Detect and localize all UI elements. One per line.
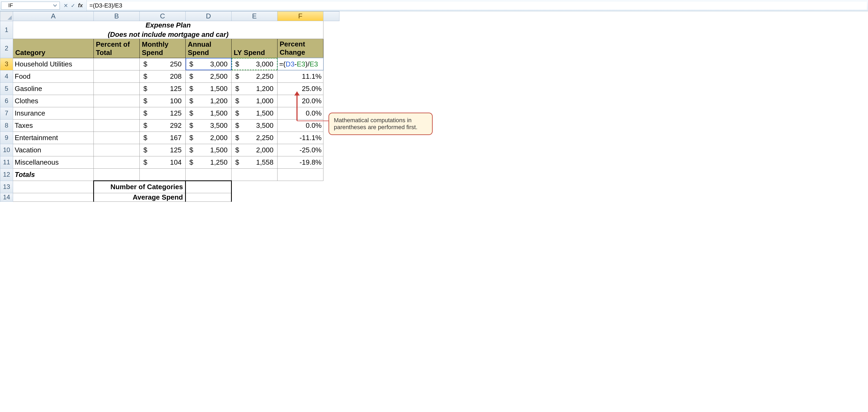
cell-C8[interactable]: $292 xyxy=(140,119,186,132)
row-header-13[interactable]: 13 xyxy=(0,181,13,193)
cell-G3[interactable] xyxy=(323,58,339,70)
cell-A9[interactable]: Entertainment xyxy=(13,132,94,144)
cell-A4[interactable]: Food xyxy=(13,70,94,82)
column-header-F[interactable]: F xyxy=(278,11,323,21)
cell-A11[interactable]: Miscellaneous xyxy=(13,156,94,168)
cell-C6[interactable]: $100 xyxy=(140,95,186,107)
cell-E12[interactable] xyxy=(231,168,278,181)
cell-B12[interactable] xyxy=(94,168,140,181)
header-percent-change[interactable]: Percent Change xyxy=(278,39,323,58)
worksheet-grid[interactable]: A B C D E F 1 Expense Plan (Does not inc… xyxy=(0,11,339,202)
row-header-4[interactable]: 4 xyxy=(0,70,13,82)
cell-A7[interactable]: Insurance xyxy=(13,107,94,119)
cell-E14[interactable] xyxy=(231,193,278,202)
cell-C11[interactable]: $104 xyxy=(140,156,186,168)
cell-A3[interactable]: Household Utilities xyxy=(13,58,94,70)
row-header-11[interactable]: 11 xyxy=(0,156,13,168)
cell-D6[interactable]: $1,200 xyxy=(186,95,231,107)
cell-C4[interactable]: $208 xyxy=(140,70,186,82)
cell-E7[interactable]: $1,500 xyxy=(231,107,278,119)
cell-G1[interactable] xyxy=(323,21,339,39)
cell-F10[interactable]: -25.0% xyxy=(278,144,323,156)
column-header-A[interactable]: A xyxy=(13,11,94,21)
header-annual-spend[interactable]: Annual Spend xyxy=(186,39,231,58)
cell-D9[interactable]: $2,000 xyxy=(186,132,231,144)
insert-function-icon[interactable]: fx xyxy=(78,2,83,8)
cell-B5[interactable] xyxy=(94,82,140,95)
cell-G6[interactable] xyxy=(323,95,339,107)
cell-E4[interactable]: $2,250 xyxy=(231,70,278,82)
cell-G14[interactable] xyxy=(323,193,339,202)
cell-D13[interactable] xyxy=(186,181,231,193)
cell-F4[interactable]: 11.1% xyxy=(278,70,323,82)
cell-F9[interactable]: -11.1% xyxy=(278,132,323,144)
cell-E9[interactable]: $2,250 xyxy=(231,132,278,144)
header-category[interactable]: Category xyxy=(13,39,94,58)
header-monthly-spend[interactable]: Monthly Spend xyxy=(140,39,186,58)
cell-D7[interactable]: $1,500 xyxy=(186,107,231,119)
cell-C7[interactable]: $125 xyxy=(140,107,186,119)
cell-F5[interactable]: 25.0% xyxy=(278,82,323,95)
cell-D4[interactable]: $2,500 xyxy=(186,70,231,82)
header-percent-total[interactable]: Percent of Total xyxy=(94,39,140,58)
cell-B9[interactable] xyxy=(94,132,140,144)
cell-D11[interactable]: $1,250 xyxy=(186,156,231,168)
row-header-1[interactable]: 1 xyxy=(0,21,13,39)
column-header-D[interactable]: D xyxy=(186,11,231,21)
cell-A14[interactable] xyxy=(13,193,94,202)
cell-B7[interactable] xyxy=(94,107,140,119)
row-header-7[interactable]: 7 xyxy=(0,107,13,119)
select-all-corner[interactable] xyxy=(0,11,13,21)
title-cell[interactable]: Expense Plan (Does not include mortgage … xyxy=(13,21,323,39)
cell-A6[interactable]: Clothes xyxy=(13,95,94,107)
cell-C12[interactable] xyxy=(140,168,186,181)
formula-input[interactable]: =(D3-E3)/E3 xyxy=(87,2,867,10)
cell-G4[interactable] xyxy=(323,70,339,82)
cell-D12[interactable] xyxy=(186,168,231,181)
row-header-8[interactable]: 8 xyxy=(0,119,13,132)
cell-G5[interactable] xyxy=(323,82,339,95)
label-average-spend[interactable]: Average Spend xyxy=(94,193,186,202)
row-header-6[interactable]: 6 xyxy=(0,95,13,107)
cell-D5[interactable]: $1,500 xyxy=(186,82,231,95)
row-header-3[interactable]: 3 xyxy=(0,58,13,70)
cell-D14[interactable] xyxy=(186,193,231,202)
cell-E10[interactable]: $2,000 xyxy=(231,144,278,156)
cancel-icon[interactable]: ✕ xyxy=(64,2,68,9)
row-header-9[interactable]: 9 xyxy=(0,132,13,144)
label-number-categories[interactable]: Number of Categories xyxy=(94,181,186,193)
cell-G11[interactable] xyxy=(323,156,339,168)
cell-E13[interactable] xyxy=(231,181,278,193)
header-ly-spend[interactable]: LY Spend xyxy=(231,39,278,58)
cell-F12[interactable] xyxy=(278,168,323,181)
cell-D3[interactable]: $3,000 xyxy=(186,58,231,70)
cell-A8[interactable]: Taxes xyxy=(13,119,94,132)
cell-F6[interactable]: 20.0% xyxy=(278,95,323,107)
cell-B6[interactable] xyxy=(94,95,140,107)
enter-icon[interactable]: ✓ xyxy=(71,2,75,9)
cell-A10[interactable]: Vacation xyxy=(13,144,94,156)
cell-G12[interactable] xyxy=(323,168,339,181)
cell-E6[interactable]: $1,000 xyxy=(231,95,278,107)
cell-G2[interactable] xyxy=(323,39,339,58)
cell-B8[interactable] xyxy=(94,119,140,132)
cell-F14[interactable] xyxy=(278,193,323,202)
row-header-5[interactable]: 5 xyxy=(0,82,13,95)
cell-C3[interactable]: $250 xyxy=(140,58,186,70)
column-header-E[interactable]: E xyxy=(231,11,278,21)
row-header-10[interactable]: 10 xyxy=(0,144,13,156)
cell-G10[interactable] xyxy=(323,144,339,156)
cell-G13[interactable] xyxy=(323,181,339,193)
cell-C10[interactable]: $125 xyxy=(140,144,186,156)
cell-E3[interactable]: $3,000 xyxy=(231,58,278,70)
cell-A13[interactable] xyxy=(13,181,94,193)
row-header-14[interactable]: 14 xyxy=(0,193,13,202)
column-header-B[interactable]: B xyxy=(94,11,140,21)
cell-E8[interactable]: $3,500 xyxy=(231,119,278,132)
cell-B11[interactable] xyxy=(94,156,140,168)
cell-F13[interactable] xyxy=(278,181,323,193)
cell-B10[interactable] xyxy=(94,144,140,156)
cell-F3-editing[interactable]: =(D3-E3)/E3 xyxy=(278,58,323,70)
cell-F7[interactable]: 0.0% xyxy=(278,107,323,119)
cell-D10[interactable]: $1,500 xyxy=(186,144,231,156)
